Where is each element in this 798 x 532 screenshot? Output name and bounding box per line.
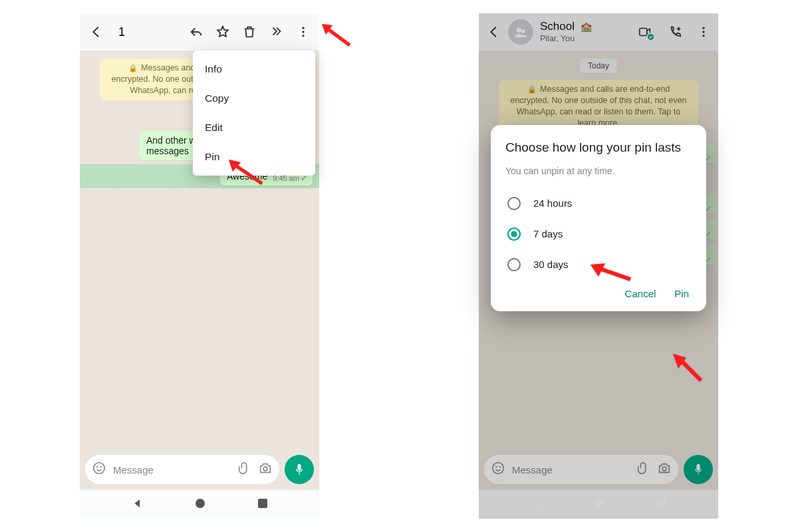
emoji-icon[interactable] (491, 461, 505, 478)
menu-item-pin[interactable]: Pin (193, 142, 315, 172)
android-navbar (479, 489, 718, 519)
date-chip: Today (580, 59, 617, 73)
nav-back-icon[interactable] (531, 497, 543, 512)
svg-point-23 (508, 198, 520, 209)
status-badge (646, 33, 655, 41)
svg-point-14 (702, 31, 704, 33)
more-icon[interactable] (697, 25, 710, 39)
chat-subtitle: Pilar, You (540, 34, 630, 44)
svg-point-17 (496, 467, 497, 467)
pin-button[interactable]: Pin (674, 288, 689, 299)
svg-point-19 (662, 467, 666, 471)
mic-button[interactable] (684, 455, 713, 484)
svg-point-8 (196, 499, 205, 508)
svg-rect-20 (698, 473, 698, 475)
svg-point-11 (521, 29, 525, 33)
pin-option-24h[interactable]: 24 hours (505, 188, 692, 219)
emoji-icon[interactable] (92, 461, 106, 478)
attach-icon[interactable] (636, 461, 650, 478)
back-icon[interactable] (89, 25, 104, 39)
reply-icon[interactable] (189, 25, 203, 39)
pin-duration-dialog: Choose how long your pin lasts You can u… (491, 125, 706, 311)
svg-point-1 (302, 31, 304, 33)
context-menu: Info Copy Edit Pin (193, 51, 315, 176)
svg-point-10 (517, 28, 521, 33)
svg-rect-7 (299, 473, 299, 475)
camera-icon[interactable] (258, 461, 273, 478)
school-emoji-icon: 🏫 (581, 21, 592, 32)
camera-icon[interactable] (657, 461, 672, 478)
svg-point-5 (100, 467, 101, 467)
dialog-hint: You can unpin at any time. (505, 166, 692, 176)
svg-rect-22 (657, 499, 666, 508)
menu-item-copy[interactable]: Copy (193, 84, 315, 113)
lock-icon: 🔒 (128, 64, 138, 72)
svg-point-0 (302, 27, 304, 29)
menu-item-info[interactable]: Info (193, 55, 315, 84)
arrow-annotation (321, 23, 351, 47)
forward-icon[interactable] (269, 25, 285, 39)
phone-left: 1 🔒 Messages and calls are end-t (80, 13, 319, 519)
back-icon[interactable] (487, 25, 501, 39)
svg-point-15 (702, 35, 704, 37)
nav-home-icon[interactable] (594, 498, 604, 511)
svg-point-6 (263, 467, 267, 471)
android-navbar (80, 489, 319, 519)
more-icon[interactable] (297, 25, 310, 39)
message-input[interactable]: Message (85, 455, 279, 484)
add-call-icon[interactable] (668, 25, 684, 39)
chat-header: School 🏫 Pilar, You (479, 13, 718, 51)
pin-option-30d[interactable]: 30 days (505, 249, 692, 280)
menu-item-edit[interactable]: Edit (193, 113, 315, 142)
attach-icon[interactable] (237, 461, 251, 478)
phone-right: School 🏫 Pilar, You Today (479, 13, 718, 519)
cancel-button[interactable]: Cancel (625, 288, 656, 299)
chat-title-block[interactable]: School 🏫 Pilar, You (540, 20, 630, 43)
composer: Message (80, 451, 319, 489)
svg-point-2 (302, 35, 304, 37)
svg-point-25 (511, 231, 517, 237)
selection-count: 1 (118, 25, 125, 39)
svg-point-13 (702, 27, 704, 29)
selection-bar: 1 (80, 13, 319, 51)
avatar[interactable] (508, 19, 533, 45)
svg-point-18 (499, 467, 500, 467)
trash-icon[interactable] (242, 25, 257, 39)
video-call-icon[interactable] (637, 25, 653, 39)
nav-home-icon[interactable] (195, 498, 205, 511)
nav-recent-icon[interactable] (656, 498, 667, 511)
svg-point-3 (94, 463, 105, 474)
svg-rect-12 (640, 29, 647, 36)
message-input[interactable]: Message (484, 455, 678, 484)
svg-point-21 (595, 499, 604, 508)
nav-recent-icon[interactable] (257, 498, 268, 511)
star-icon[interactable] (215, 25, 230, 39)
dialog-title: Choose how long your pin lasts (505, 140, 692, 156)
composer: Message (479, 451, 718, 489)
pin-option-7d[interactable]: 7 days (505, 219, 692, 249)
message-placeholder: Message (113, 464, 230, 475)
svg-point-4 (97, 467, 98, 467)
nav-back-icon[interactable] (132, 497, 144, 512)
lock-icon: 🔒 (527, 85, 537, 93)
svg-rect-9 (258, 499, 267, 508)
message-placeholder: Message (512, 464, 629, 475)
svg-point-26 (508, 259, 520, 271)
svg-point-16 (493, 463, 504, 474)
mic-button[interactable] (285, 455, 314, 484)
